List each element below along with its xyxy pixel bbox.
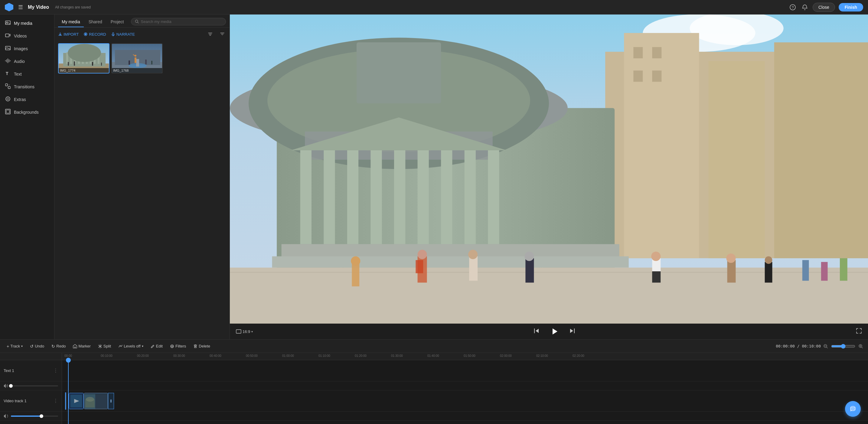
- aspect-ratio-button[interactable]: 16:9 ▾: [236, 329, 253, 334]
- svg-point-28: [68, 44, 101, 62]
- levels-icon: [118, 344, 123, 349]
- svg-rect-47: [624, 33, 699, 258]
- finish-button[interactable]: Finish: [839, 3, 863, 11]
- sidebar-item-text[interactable]: T Text: [0, 68, 54, 81]
- svg-point-75: [351, 256, 360, 266]
- timeline-zoom: [822, 343, 864, 350]
- svg-rect-62: [347, 148, 359, 244]
- svg-rect-52: [633, 70, 643, 82]
- skip-forward-button[interactable]: [569, 328, 576, 336]
- svg-rect-108: [84, 393, 108, 394]
- add-track-button[interactable]: + Track ▾: [4, 343, 26, 350]
- play-button[interactable]: [549, 326, 560, 337]
- hamburger-menu-button[interactable]: ☰: [17, 3, 24, 12]
- chat-support-button[interactable]: [845, 401, 861, 417]
- svg-rect-58: [356, 42, 441, 103]
- tab-project[interactable]: Project: [107, 18, 128, 27]
- timeline-tracks-content: 00:00 00:10:00 00:20:00 00:30:00 00:40:0…: [62, 353, 868, 424]
- drop-indicator: [65, 392, 66, 410]
- track-label-audio1: Audio track 1 ⋮: [0, 421, 62, 424]
- import-icon: [58, 32, 62, 36]
- svg-rect-49: [774, 42, 868, 258]
- volume-slider-text1[interactable]: [11, 385, 58, 387]
- svg-text:?: ?: [792, 5, 794, 10]
- split-icon: [98, 344, 102, 349]
- svg-rect-83: [727, 260, 736, 282]
- preview-panel: 16:9 ▾: [230, 14, 868, 339]
- clip-end-handle[interactable]: [108, 393, 114, 409]
- volume-slider-video1[interactable]: [11, 416, 58, 417]
- sidebar: My media Videos Images: [0, 14, 55, 339]
- track-menu-text1[interactable]: ⋮: [53, 368, 58, 373]
- notifications-button[interactable]: [801, 3, 809, 11]
- sidebar-item-backgrounds[interactable]: Backgrounds: [0, 106, 54, 119]
- edit-button[interactable]: Edit: [148, 343, 166, 350]
- import-button[interactable]: IMPORT: [58, 32, 79, 37]
- preview-scene-svg: [230, 14, 868, 324]
- media-item-img1768[interactable]: IMG_1768: [111, 43, 163, 73]
- search-bar[interactable]: [131, 18, 226, 25]
- close-button[interactable]: Close: [813, 3, 835, 12]
- marker-icon: [73, 344, 77, 349]
- save-status: All changes are saved: [55, 5, 91, 9]
- zoom-in-button[interactable]: [857, 343, 864, 350]
- help-button[interactable]: ?: [788, 3, 797, 11]
- sidebar-item-images[interactable]: Images: [0, 42, 54, 55]
- sidebar-item-audio[interactable]: Audio: [0, 55, 54, 68]
- svg-rect-70: [282, 244, 619, 258]
- timeline-clip-2[interactable]: [84, 393, 108, 409]
- fullscreen-button[interactable]: [856, 328, 862, 335]
- timeline-clip-1[interactable]: [69, 393, 84, 409]
- media-grid: IMG_1774: [55, 41, 229, 76]
- track-menu-video1[interactable]: ⋮: [53, 398, 58, 404]
- levels-button[interactable]: Levels off ▾: [115, 343, 146, 350]
- svg-rect-7: [5, 84, 7, 86]
- svg-rect-48: [709, 61, 765, 258]
- track-row-audio1: [62, 421, 868, 424]
- filter-button[interactable]: [219, 31, 226, 38]
- my-media-icon: [5, 20, 11, 27]
- track-vol-text1: [0, 381, 62, 390]
- videos-icon: [5, 33, 11, 39]
- sort-button[interactable]: [207, 31, 214, 38]
- media-item-img1774[interactable]: IMG_1774: [58, 43, 110, 73]
- narrate-icon: [111, 32, 115, 36]
- delete-button[interactable]: Delete: [190, 343, 213, 350]
- sidebar-item-videos[interactable]: Videos: [0, 30, 54, 42]
- marker-button[interactable]: Marker: [70, 343, 93, 350]
- svg-point-15: [85, 33, 87, 35]
- tab-shared[interactable]: Shared: [85, 18, 106, 27]
- svg-rect-91: [821, 262, 828, 281]
- svg-rect-74: [352, 263, 359, 286]
- svg-rect-8: [8, 87, 10, 89]
- split-button[interactable]: Split: [95, 343, 114, 350]
- sidebar-item-extras[interactable]: Extras: [0, 93, 54, 106]
- sidebar-item-my-media[interactable]: My media: [0, 17, 54, 30]
- record-icon: [84, 32, 88, 36]
- delete-icon: [193, 344, 197, 349]
- svg-text:T: T: [6, 71, 8, 76]
- track-name-text1: Text 1: [4, 368, 52, 373]
- tab-my-media[interactable]: My media: [58, 18, 84, 27]
- svg-rect-37: [136, 59, 139, 66]
- undo-button[interactable]: ↺ Undo: [27, 343, 47, 350]
- svg-rect-92: [840, 258, 847, 281]
- skip-back-button[interactable]: [533, 328, 540, 336]
- svg-rect-38: [134, 57, 136, 63]
- filters-icon: [170, 344, 174, 349]
- total-time: 00:10:00: [802, 344, 821, 349]
- search-input[interactable]: [141, 19, 222, 24]
- backgrounds-icon: [5, 109, 11, 116]
- svg-rect-4: [5, 34, 9, 37]
- sidebar-item-transitions[interactable]: Transitions: [0, 81, 54, 93]
- search-icon: [135, 19, 139, 24]
- redo-button[interactable]: ↻ Redo: [49, 343, 69, 350]
- zoom-slider[interactable]: [831, 344, 855, 349]
- timeline-body: Text 1 ⋮ Video track 1 ⋮: [0, 353, 868, 424]
- svg-rect-42: [151, 61, 152, 64]
- zoom-out-button[interactable]: [822, 343, 829, 350]
- filters-button[interactable]: Filters: [167, 343, 189, 350]
- narrate-button[interactable]: NARRATE: [111, 32, 135, 37]
- record-button[interactable]: RECORD: [84, 32, 106, 37]
- svg-point-111: [852, 408, 852, 409]
